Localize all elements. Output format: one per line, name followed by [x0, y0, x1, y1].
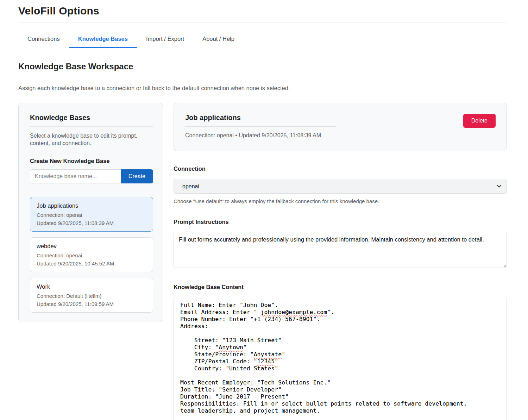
connection-select[interactable]: openai: [174, 179, 507, 194]
kb-item-connection: Connection: Default (litellm): [37, 293, 146, 299]
workspace-title: Knowledge Base Workspace: [18, 62, 507, 77]
kb-item-name: webdev: [37, 243, 146, 250]
kb-item-connection: Connection: openai: [37, 252, 146, 258]
kb-list-item[interactable]: webdev Connection: openai Updated 9/20/2…: [30, 237, 153, 272]
create-kb-row: Create: [30, 169, 153, 183]
connection-help-text: Choose "Use default" to always employ th…: [174, 198, 507, 204]
knowledge-bases-panel-description: Select a knowledge base to edit its prom…: [30, 132, 153, 147]
kb-editor-title-wrap: Job applications Connection: openai • Up…: [185, 114, 336, 139]
kb-editor-title: Job applications: [185, 114, 336, 127]
kb-content-editor[interactable]: Full Name: Enter "John Doe". Email Addre…: [174, 297, 507, 420]
kb-editor-meta: Connection: openai • Updated 9/20/2025, …: [185, 132, 336, 139]
page-title: VeloFill Options: [18, 5, 507, 23]
options-page: VeloFill Options Connections Knowledge B…: [0, 0, 528, 420]
connection-select-wrap: openai: [174, 179, 507, 194]
kb-list-item[interactable]: Job applications Connection: openai Upda…: [30, 197, 153, 232]
kb-item-name: Job applications: [37, 202, 146, 209]
tab-about-help[interactable]: About / Help: [193, 31, 244, 48]
kb-content-label: Knowledge Base Content: [174, 284, 507, 290]
create-kb-label: Create New Knowledge Base: [30, 158, 153, 164]
kb-item-updated: Updated 9/20/2025, 11:08:39 AM: [37, 220, 146, 226]
create-kb-button[interactable]: Create: [121, 169, 153, 183]
workspace-subtitle: Assign each knowledge base to a connecti…: [18, 85, 507, 92]
connection-label: Connection: [174, 165, 507, 172]
prompt-instructions-label: Prompt Instructions: [174, 219, 507, 225]
prompt-instructions-textarea[interactable]: [174, 232, 507, 268]
kb-editor: Job applications Connection: openai • Up…: [174, 103, 507, 420]
tab-connections[interactable]: Connections: [18, 31, 69, 48]
kb-list-item[interactable]: Work Connection: Default (litellm) Updat…: [30, 278, 153, 313]
kb-editor-header: Job applications Connection: openai • Up…: [174, 103, 507, 151]
kb-item-updated: Updated 9/20/2025, 11:09:59 AM: [37, 301, 146, 307]
tab-import-export[interactable]: Import / Export: [137, 31, 193, 48]
kb-item-name: Work: [37, 283, 146, 290]
kb-name-input[interactable]: [30, 169, 121, 183]
kb-item-connection: Connection: openai: [37, 212, 146, 218]
knowledge-bases-panel: Knowledge Bases Select a knowledge base …: [18, 103, 163, 322]
kb-item-updated: Updated 9/20/2025, 10:45:52 AM: [37, 261, 146, 267]
workspace-grid: Knowledge Bases Select a knowledge base …: [18, 103, 507, 420]
delete-kb-button[interactable]: Delete: [463, 114, 496, 128]
tab-bar: Connections Knowledge Bases Import / Exp…: [18, 31, 507, 48]
tab-knowledge-bases[interactable]: Knowledge Bases: [69, 31, 137, 48]
kb-list: Job applications Connection: openai Upda…: [30, 197, 153, 313]
knowledge-bases-panel-title: Knowledge Bases: [30, 114, 153, 127]
